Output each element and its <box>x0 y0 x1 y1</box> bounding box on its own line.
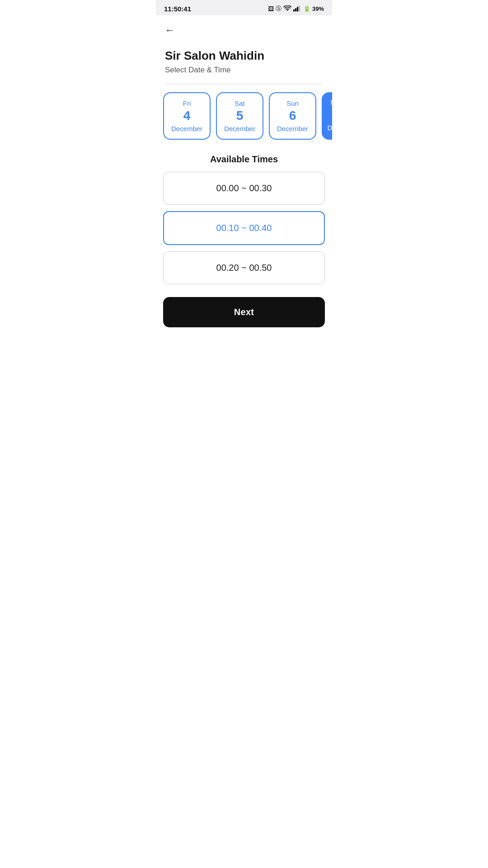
available-times-title: Available Times <box>156 154 332 165</box>
times-list: 00.00 ~ 00.30 00.10 ~ 00.40 00.20 ~ 00.5… <box>156 172 332 284</box>
day-num-mon: 7 <box>322 108 332 122</box>
notification-icon: 🖼 <box>268 5 274 12</box>
status-icons: 🖼 Ⓢ 🔋 39% <box>268 5 324 13</box>
svg-rect-1 <box>295 8 296 11</box>
battery-icon: 🔋 <box>303 5 310 12</box>
day-num-sat: 5 <box>217 109 263 123</box>
divider <box>165 84 323 84</box>
month-mon: Dece <box>322 124 332 132</box>
day-num-sun: 6 <box>270 109 315 123</box>
next-button[interactable]: Next <box>163 297 325 327</box>
month-sat: December <box>217 125 263 132</box>
day-name-mon: Mo <box>322 99 332 106</box>
signal-icon <box>293 5 300 12</box>
time-slot-2[interactable]: 00.10 ~ 00.40 <box>163 211 325 245</box>
status-bar: 11:50:41 🖼 Ⓢ 🔋 39% <box>156 0 332 15</box>
svg-rect-2 <box>297 7 298 11</box>
date-picker: Fri 4 December Sat 5 December Sun 6 Dece… <box>156 92 332 140</box>
select-date-label: Select Date & Time <box>165 66 323 75</box>
day-num-fri: 4 <box>164 109 210 123</box>
svg-rect-3 <box>299 6 300 12</box>
header: ← Sir Salon Wahidin Select Date & Time <box>156 15 332 84</box>
wifi-icon <box>283 5 291 12</box>
s-icon: Ⓢ <box>276 5 282 13</box>
date-card-sun[interactable]: Sun 6 December <box>269 92 316 140</box>
back-button[interactable]: ← <box>165 23 175 38</box>
day-name-sat: Sat <box>217 99 263 107</box>
month-sun: December <box>270 125 315 132</box>
battery-percent: 39% <box>312 5 324 12</box>
date-card-sat[interactable]: Sat 5 December <box>216 92 263 140</box>
salon-name: Sir Salon Wahidin <box>165 49 323 63</box>
month-fri: December <box>164 125 210 132</box>
date-card-fri[interactable]: Fri 4 December <box>163 92 211 140</box>
date-card-mon[interactable]: Mo 7 Dece <box>322 92 332 140</box>
status-time: 11:50:41 <box>164 5 191 13</box>
day-name-fri: Fri <box>164 99 210 107</box>
time-slot-1[interactable]: 00.00 ~ 00.30 <box>163 172 325 205</box>
svg-rect-0 <box>293 9 295 12</box>
time-slot-3[interactable]: 00.20 ~ 00.50 <box>163 251 325 284</box>
day-name-sun: Sun <box>270 99 315 107</box>
